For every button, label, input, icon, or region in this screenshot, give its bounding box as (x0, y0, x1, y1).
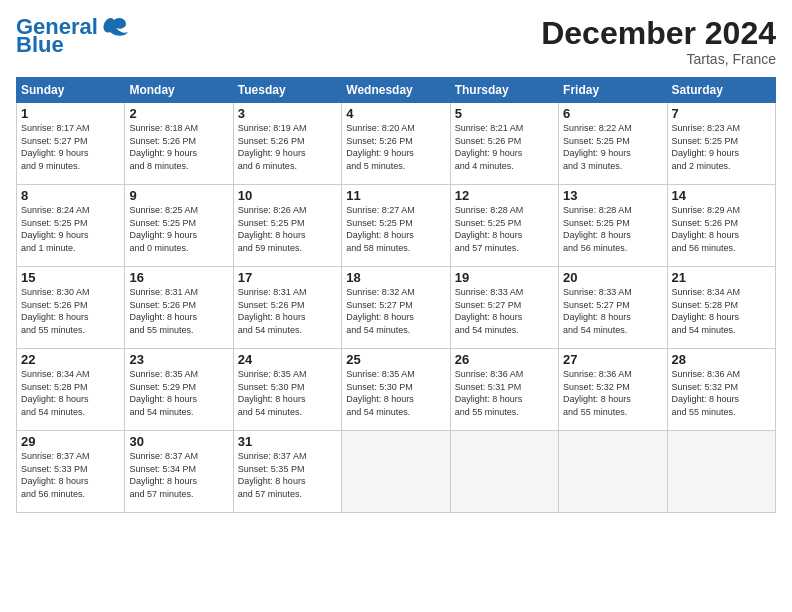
day-number: 25 (346, 352, 445, 367)
day-number: 10 (238, 188, 337, 203)
weekday-thursday: Thursday (450, 78, 558, 103)
day-info: Sunrise: 8:24 AM Sunset: 5:25 PM Dayligh… (21, 204, 120, 254)
title-area: December 2024 Tartas, France (541, 16, 776, 67)
day-info: Sunrise: 8:22 AM Sunset: 5:25 PM Dayligh… (563, 122, 662, 172)
calendar-cell: 26Sunrise: 8:36 AM Sunset: 5:31 PM Dayli… (450, 349, 558, 431)
day-info: Sunrise: 8:34 AM Sunset: 5:28 PM Dayligh… (21, 368, 120, 418)
month-title: December 2024 (541, 16, 776, 51)
calendar-cell: 22Sunrise: 8:34 AM Sunset: 5:28 PM Dayli… (17, 349, 125, 431)
day-info: Sunrise: 8:19 AM Sunset: 5:26 PM Dayligh… (238, 122, 337, 172)
logo-bird-icon (100, 16, 128, 38)
day-info: Sunrise: 8:35 AM Sunset: 5:29 PM Dayligh… (129, 368, 228, 418)
day-info: Sunrise: 8:31 AM Sunset: 5:26 PM Dayligh… (129, 286, 228, 336)
weekday-monday: Monday (125, 78, 233, 103)
day-number: 23 (129, 352, 228, 367)
week-row-2: 8Sunrise: 8:24 AM Sunset: 5:25 PM Daylig… (17, 185, 776, 267)
calendar-cell: 31Sunrise: 8:37 AM Sunset: 5:35 PM Dayli… (233, 431, 341, 513)
day-info: Sunrise: 8:35 AM Sunset: 5:30 PM Dayligh… (346, 368, 445, 418)
day-number: 13 (563, 188, 662, 203)
calendar-cell: 25Sunrise: 8:35 AM Sunset: 5:30 PM Dayli… (342, 349, 450, 431)
calendar-cell: 20Sunrise: 8:33 AM Sunset: 5:27 PM Dayli… (559, 267, 667, 349)
day-info: Sunrise: 8:17 AM Sunset: 5:27 PM Dayligh… (21, 122, 120, 172)
calendar-cell: 11Sunrise: 8:27 AM Sunset: 5:25 PM Dayli… (342, 185, 450, 267)
weekday-friday: Friday (559, 78, 667, 103)
calendar-cell: 24Sunrise: 8:35 AM Sunset: 5:30 PM Dayli… (233, 349, 341, 431)
weekday-wednesday: Wednesday (342, 78, 450, 103)
day-number: 4 (346, 106, 445, 121)
day-number: 2 (129, 106, 228, 121)
day-number: 16 (129, 270, 228, 285)
day-info: Sunrise: 8:33 AM Sunset: 5:27 PM Dayligh… (455, 286, 554, 336)
day-number: 15 (21, 270, 120, 285)
week-row-3: 15Sunrise: 8:30 AM Sunset: 5:26 PM Dayli… (17, 267, 776, 349)
day-info: Sunrise: 8:31 AM Sunset: 5:26 PM Dayligh… (238, 286, 337, 336)
calendar-cell: 12Sunrise: 8:28 AM Sunset: 5:25 PM Dayli… (450, 185, 558, 267)
day-info: Sunrise: 8:27 AM Sunset: 5:25 PM Dayligh… (346, 204, 445, 254)
calendar-cell: 19Sunrise: 8:33 AM Sunset: 5:27 PM Dayli… (450, 267, 558, 349)
day-info: Sunrise: 8:25 AM Sunset: 5:25 PM Dayligh… (129, 204, 228, 254)
day-number: 17 (238, 270, 337, 285)
week-row-4: 22Sunrise: 8:34 AM Sunset: 5:28 PM Dayli… (17, 349, 776, 431)
day-info: Sunrise: 8:21 AM Sunset: 5:26 PM Dayligh… (455, 122, 554, 172)
day-number: 6 (563, 106, 662, 121)
day-info: Sunrise: 8:20 AM Sunset: 5:26 PM Dayligh… (346, 122, 445, 172)
day-number: 11 (346, 188, 445, 203)
day-info: Sunrise: 8:36 AM Sunset: 5:31 PM Dayligh… (455, 368, 554, 418)
day-number: 3 (238, 106, 337, 121)
calendar-cell (450, 431, 558, 513)
day-number: 18 (346, 270, 445, 285)
day-info: Sunrise: 8:29 AM Sunset: 5:26 PM Dayligh… (672, 204, 771, 254)
calendar-cell: 18Sunrise: 8:32 AM Sunset: 5:27 PM Dayli… (342, 267, 450, 349)
day-number: 8 (21, 188, 120, 203)
day-number: 20 (563, 270, 662, 285)
calendar-cell: 21Sunrise: 8:34 AM Sunset: 5:28 PM Dayli… (667, 267, 775, 349)
calendar-cell: 4Sunrise: 8:20 AM Sunset: 5:26 PM Daylig… (342, 103, 450, 185)
calendar-cell: 9Sunrise: 8:25 AM Sunset: 5:25 PM Daylig… (125, 185, 233, 267)
day-number: 29 (21, 434, 120, 449)
day-number: 31 (238, 434, 337, 449)
calendar-cell: 13Sunrise: 8:28 AM Sunset: 5:25 PM Dayli… (559, 185, 667, 267)
header: General Blue December 2024 Tartas, Franc… (16, 16, 776, 67)
calendar-cell: 15Sunrise: 8:30 AM Sunset: 5:26 PM Dayli… (17, 267, 125, 349)
day-number: 9 (129, 188, 228, 203)
calendar-cell: 23Sunrise: 8:35 AM Sunset: 5:29 PM Dayli… (125, 349, 233, 431)
day-number: 5 (455, 106, 554, 121)
day-info: Sunrise: 8:36 AM Sunset: 5:32 PM Dayligh… (672, 368, 771, 418)
calendar-cell: 27Sunrise: 8:36 AM Sunset: 5:32 PM Dayli… (559, 349, 667, 431)
weekday-saturday: Saturday (667, 78, 775, 103)
day-info: Sunrise: 8:33 AM Sunset: 5:27 PM Dayligh… (563, 286, 662, 336)
calendar-cell: 29Sunrise: 8:37 AM Sunset: 5:33 PM Dayli… (17, 431, 125, 513)
day-number: 12 (455, 188, 554, 203)
calendar-cell: 17Sunrise: 8:31 AM Sunset: 5:26 PM Dayli… (233, 267, 341, 349)
location: Tartas, France (541, 51, 776, 67)
day-number: 26 (455, 352, 554, 367)
day-info: Sunrise: 8:37 AM Sunset: 5:35 PM Dayligh… (238, 450, 337, 500)
day-number: 21 (672, 270, 771, 285)
calendar-cell: 6Sunrise: 8:22 AM Sunset: 5:25 PM Daylig… (559, 103, 667, 185)
page: General Blue December 2024 Tartas, Franc… (0, 0, 792, 612)
logo-blue: Blue (16, 34, 64, 56)
day-info: Sunrise: 8:28 AM Sunset: 5:25 PM Dayligh… (563, 204, 662, 254)
logo: General Blue (16, 16, 128, 56)
day-number: 22 (21, 352, 120, 367)
day-number: 19 (455, 270, 554, 285)
week-row-5: 29Sunrise: 8:37 AM Sunset: 5:33 PM Dayli… (17, 431, 776, 513)
calendar-cell: 5Sunrise: 8:21 AM Sunset: 5:26 PM Daylig… (450, 103, 558, 185)
calendar-table: SundayMondayTuesdayWednesdayThursdayFrid… (16, 77, 776, 513)
day-info: Sunrise: 8:23 AM Sunset: 5:25 PM Dayligh… (672, 122, 771, 172)
day-info: Sunrise: 8:26 AM Sunset: 5:25 PM Dayligh… (238, 204, 337, 254)
calendar-cell: 28Sunrise: 8:36 AM Sunset: 5:32 PM Dayli… (667, 349, 775, 431)
day-info: Sunrise: 8:37 AM Sunset: 5:33 PM Dayligh… (21, 450, 120, 500)
calendar-cell: 30Sunrise: 8:37 AM Sunset: 5:34 PM Dayli… (125, 431, 233, 513)
calendar-cell: 10Sunrise: 8:26 AM Sunset: 5:25 PM Dayli… (233, 185, 341, 267)
day-number: 24 (238, 352, 337, 367)
day-info: Sunrise: 8:34 AM Sunset: 5:28 PM Dayligh… (672, 286, 771, 336)
calendar-cell (559, 431, 667, 513)
weekday-sunday: Sunday (17, 78, 125, 103)
calendar-cell: 1Sunrise: 8:17 AM Sunset: 5:27 PM Daylig… (17, 103, 125, 185)
day-info: Sunrise: 8:36 AM Sunset: 5:32 PM Dayligh… (563, 368, 662, 418)
day-number: 14 (672, 188, 771, 203)
day-number: 7 (672, 106, 771, 121)
calendar-cell: 8Sunrise: 8:24 AM Sunset: 5:25 PM Daylig… (17, 185, 125, 267)
calendar-cell (342, 431, 450, 513)
